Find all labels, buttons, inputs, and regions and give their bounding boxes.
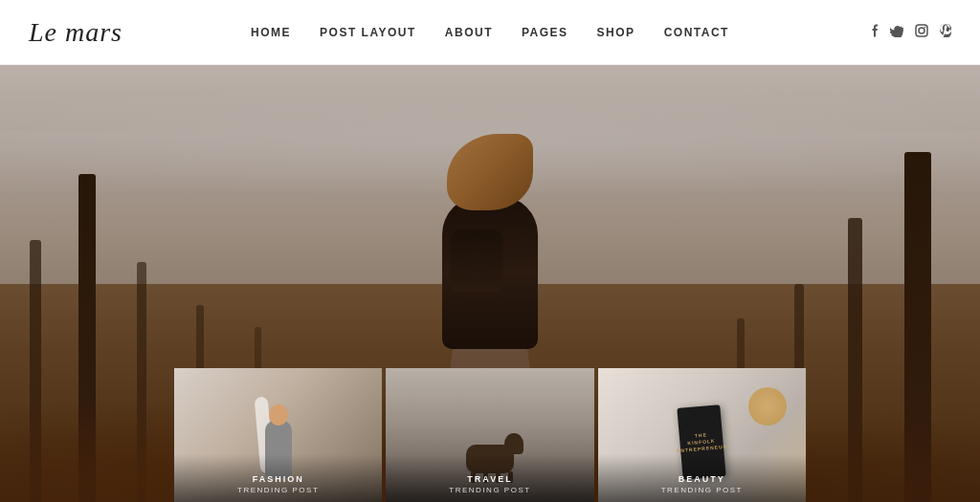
- beauty-card[interactable]: THEKINFOLKENTREPRENEUR BEAUTY TRENDING P…: [598, 368, 806, 502]
- hero-figure: [404, 139, 576, 349]
- nav-shop[interactable]: SHOP: [597, 26, 635, 39]
- fashion-head: [269, 404, 288, 426]
- trending-cards: FASHION TRENDING POST: [174, 368, 806, 502]
- social-links: [846, 24, 951, 40]
- beauty-category: BEAUTY: [679, 474, 725, 484]
- svg-rect-0: [916, 25, 927, 36]
- nav-contact[interactable]: CONTACT: [664, 26, 729, 39]
- site-logo[interactable]: Le mars: [29, 17, 134, 48]
- twitter-icon[interactable]: [890, 25, 903, 40]
- fashion-overlay: FASHION TRENDING POST: [174, 454, 382, 502]
- svg-point-1: [919, 28, 924, 33]
- fashion-subtitle: TRENDING POST: [237, 486, 319, 494]
- facebook-icon[interactable]: [871, 24, 879, 40]
- hero-section: FASHION TRENDING POST: [0, 65, 980, 502]
- nav-about[interactable]: ABOUT: [445, 26, 493, 39]
- main-nav: HOME POST LAYOUT ABOUT PAGES SHOP CONTAC…: [134, 26, 846, 39]
- travel-card[interactable]: TRAVEL TRENDING POST: [386, 368, 593, 502]
- travel-category: TRAVEL: [467, 474, 512, 484]
- horse-head: [504, 433, 523, 454]
- fashion-card[interactable]: FASHION TRENDING POST: [174, 368, 382, 502]
- travel-subtitle: TRENDING POST: [449, 486, 530, 494]
- figure-backpack: [450, 229, 502, 292]
- nav-post-layout[interactable]: POST LAYOUT: [320, 26, 416, 39]
- beauty-overlay: BEAUTY TRENDING POST: [598, 454, 806, 502]
- site-header: Le mars HOME POST LAYOUT ABOUT PAGES SHO…: [0, 0, 980, 65]
- nav-home[interactable]: HOME: [251, 26, 291, 39]
- fashion-category: FASHION: [253, 474, 304, 484]
- beauty-subtitle: TRENDING POST: [661, 486, 743, 494]
- book-title: THEKINFOLKENTREPRENEUR: [676, 430, 728, 455]
- instagram-icon[interactable]: [915, 24, 928, 40]
- figure-hair: [447, 134, 533, 210]
- nav-pages[interactable]: PAGES: [522, 26, 568, 39]
- beauty-circle: [748, 387, 787, 426]
- travel-overlay: TRAVEL TRENDING POST: [386, 454, 593, 502]
- svg-point-2: [924, 27, 926, 29]
- pinterest-icon[interactable]: [940, 24, 951, 40]
